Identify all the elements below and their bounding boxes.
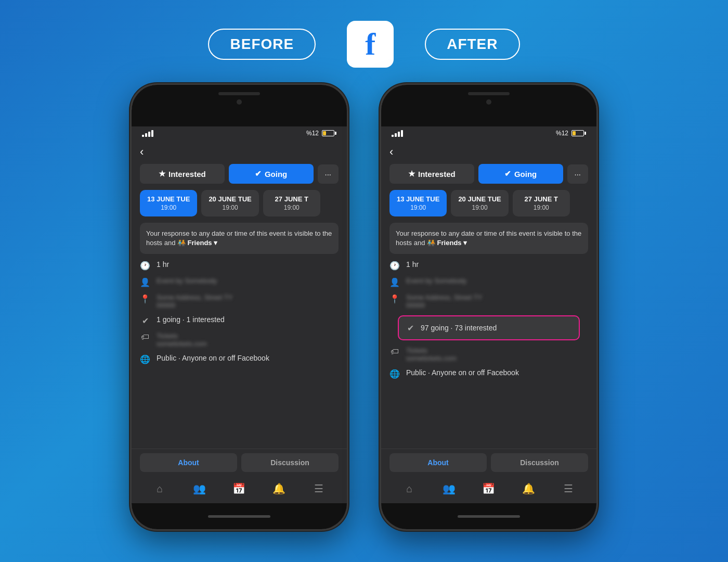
top-bezel	[132, 85, 347, 126]
after-signal-bar-1	[392, 135, 394, 137]
after-visibility-info-box: Your response to any date or time of thi…	[389, 223, 588, 254]
date-tile-1[interactable]: 20 JUNE TUE 19:00	[201, 190, 258, 216]
date-tile-2[interactable]: 27 JUNE T 19:00	[263, 190, 320, 216]
camera	[237, 99, 242, 105]
ticket-text: Tickets sometickets.com	[157, 332, 207, 348]
duration-row: 🕐 1 hr	[140, 260, 339, 271]
after-person-icon: 👤	[389, 277, 400, 287]
after-going-label: Going	[514, 170, 537, 178]
after-friends-link[interactable]: 🧑‍🤝‍🧑 Friends ▾	[427, 239, 467, 247]
after-check-icon: ✔	[504, 169, 511, 178]
after-status-right: %12	[556, 130, 586, 137]
after-checklist-icon: ✔	[405, 323, 415, 333]
events-nav-icon[interactable]: 📅	[232, 481, 246, 496]
after-events-nav-icon[interactable]: 📅	[482, 481, 496, 496]
after-right-side-button	[596, 189, 598, 225]
after-interested-label: Interested	[418, 170, 456, 178]
signal-bar-1	[142, 135, 144, 137]
back-arrow-icon[interactable]: ‹	[140, 145, 144, 159]
after-host-name: Event by Somebody	[406, 277, 466, 285]
after-date-day-2: 27 JUNE T	[520, 195, 563, 203]
battery-percentage: %12	[306, 130, 319, 137]
after-location-text: Some Address, Street TY 00000	[406, 293, 482, 309]
going-count-text: 1 going · 1 interested	[157, 315, 225, 324]
after-privacy-row: 🌐 Public · Anyone on or off Facebook	[389, 368, 588, 379]
after-bottom-bezel	[381, 503, 596, 529]
after-battery-tip	[584, 132, 586, 135]
after-volume-down-button	[380, 199, 381, 220]
facebook-logo: f	[347, 21, 394, 68]
more-button[interactable]: ···	[318, 164, 339, 184]
after-more-dots-icon: ···	[575, 170, 581, 178]
after-notifications-nav-icon[interactable]: 🔔	[521, 481, 536, 496]
after-ticket-icon: 🏷	[389, 347, 400, 357]
menu-nav-icon[interactable]: ☰	[311, 481, 326, 496]
bottom-tabs: About Discussion	[132, 449, 347, 476]
after-date-tiles-row: 13 JUNE TUE 19:00 20 JUNE TUE 19:00 27 J…	[381, 190, 596, 223]
notifications-nav-icon[interactable]: 🔔	[271, 481, 286, 496]
after-volume-up-button	[380, 168, 381, 189]
info-text: Your response to any date or time of thi…	[146, 229, 332, 247]
after-battery-percentage: %12	[556, 130, 568, 137]
interested-button[interactable]: ★ Interested	[140, 164, 225, 184]
ticket-icon: 🏷	[140, 332, 150, 342]
after-left-side-buttons	[380, 168, 381, 220]
friends-link[interactable]: 🧑‍🤝‍🧑 Friends ▾	[177, 239, 217, 247]
volume-up-button	[130, 168, 132, 189]
volume-down-button	[130, 199, 132, 220]
after-info-text: Your response to any date or time of thi…	[396, 229, 581, 247]
after-date-tile-1[interactable]: 20 JUNE TUE 19:00	[451, 190, 508, 216]
person-icon: 👤	[140, 277, 150, 287]
date-tile-0[interactable]: 13 JUNE TUE 19:00	[140, 190, 197, 216]
before-phone: %12 ‹ ★ Interested	[130, 83, 348, 531]
left-side-buttons	[130, 168, 132, 220]
after-globe-icon: 🌐	[389, 368, 400, 379]
interested-label: Interested	[168, 170, 206, 178]
going-button[interactable]: ✔ Going	[229, 164, 314, 184]
speaker	[218, 92, 260, 95]
after-bottom-nav: ⌂ 👥 📅 🔔 ☰	[381, 476, 596, 503]
after-bottom-tabs: About Discussion	[381, 449, 596, 476]
facebook-f-icon: f	[365, 29, 375, 60]
after-date-tile-0[interactable]: 13 JUNE TUE 19:00	[389, 190, 447, 216]
after-more-button[interactable]: ···	[567, 164, 589, 184]
signal-indicator	[142, 130, 153, 137]
more-dots-icon: ···	[325, 170, 332, 178]
battery-body	[322, 130, 334, 136]
about-tab[interactable]: About	[140, 453, 237, 472]
battery-icon	[322, 130, 336, 136]
privacy-row: 🌐 Public · Anyone on or off Facebook	[140, 354, 339, 364]
visibility-info-box: Your response to any date or time of thi…	[140, 223, 339, 254]
home-nav-icon[interactable]: ⌂	[152, 481, 167, 496]
privacy-text: Public · Anyone on or off Facebook	[157, 354, 269, 362]
after-going-count-text: 97 going · 73 interested	[421, 324, 497, 332]
after-ticket-row: 🏷 Tickets sometickets.com	[389, 347, 588, 362]
phones-row: %12 ‹ ★ Interested	[0, 83, 728, 531]
after-interested-button[interactable]: ★ Interested	[389, 164, 474, 184]
after-battery-body	[571, 130, 584, 136]
signal-bar-4	[151, 130, 153, 137]
after-friends-nav-icon[interactable]: 👥	[442, 481, 457, 496]
date-time-1: 19:00	[209, 204, 251, 211]
after-date-time-0: 19:00	[397, 204, 439, 211]
after-date-day-0: 13 JUNE TUE	[397, 195, 439, 203]
after-date-tile-2[interactable]: 27 JUNE T 19:00	[513, 190, 570, 216]
status-bar: %12	[132, 126, 347, 140]
after-discussion-tab[interactable]: Discussion	[491, 453, 588, 472]
after-privacy-text: Public · Anyone on or off Facebook	[406, 368, 519, 377]
after-date-day-1: 20 JUNE TUE	[458, 195, 501, 203]
friends-nav-icon[interactable]: 👥	[192, 481, 207, 496]
after-location-icon: 📍	[389, 293, 400, 304]
after-going-button[interactable]: ✔ Going	[478, 164, 563, 184]
after-back-arrow-icon[interactable]: ‹	[389, 145, 393, 159]
after-date-time-2: 19:00	[520, 204, 563, 211]
after-about-tab[interactable]: About	[389, 453, 487, 472]
after-signal-bar-4	[401, 130, 403, 137]
after-speaker	[468, 92, 510, 95]
after-battery-icon	[571, 130, 586, 136]
tabs-row: About Discussion	[140, 453, 339, 472]
after-battery-fill	[573, 131, 576, 135]
after-menu-nav-icon[interactable]: ☰	[561, 481, 576, 496]
after-home-nav-icon[interactable]: ⌂	[402, 481, 417, 496]
discussion-tab[interactable]: Discussion	[241, 453, 339, 472]
